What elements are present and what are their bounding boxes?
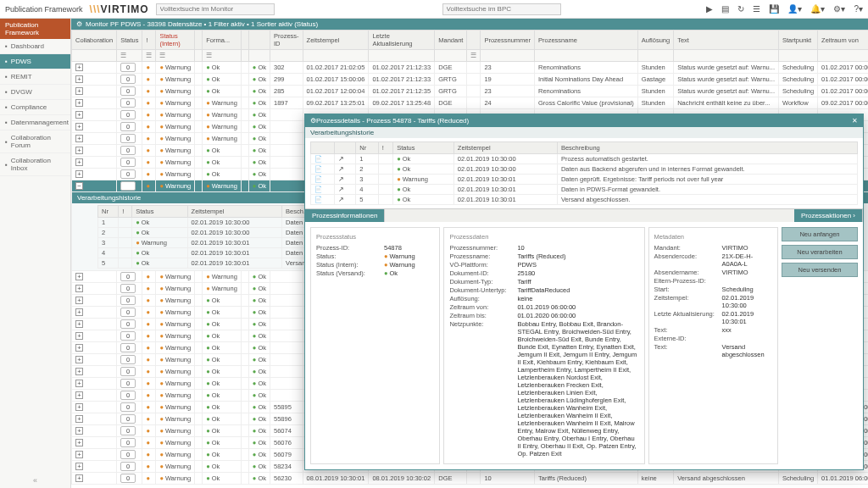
dlg-row[interactable]: 📄↗3Warnung02.01.2019 10:30:01Daten geprü… [311,175,858,185]
dlg-row[interactable]: 📄↗5Ok02.01.2019 10:30:01Versand abgeschl… [311,195,858,205]
sync-icon[interactable]: ↻ [737,4,744,14]
column-filter[interactable]: ☰ [142,50,156,62]
expand-icon[interactable]: + [75,415,83,423]
table-row[interactable]: + 0 ● Warnung Ok Ok 299 01.02.2017 15:00… [72,74,869,86]
expand-icon[interactable]: + [75,75,83,83]
collab-badge[interactable]: 0 [120,63,136,72]
collab-badge[interactable]: 0 [120,122,136,131]
collab-badge[interactable]: 0 [120,343,136,352]
expand-icon[interactable]: + [75,170,83,178]
column-header[interactable] [248,30,270,50]
expand-icon[interactable]: + [75,451,83,458]
column-header[interactable]: ! [142,30,156,50]
column-header[interactable]: Status (Intern) [156,30,195,50]
filter-icon[interactable]: ☰ [146,52,152,59]
search-input[interactable] [156,3,275,15]
collab-badge[interactable]: 0 [120,86,136,96]
filter-icon[interactable]: ☰ [206,52,212,59]
expand-icon[interactable]: + [75,427,83,435]
sub-row[interactable]: 4Ok02.01.2019 10:30:01Daten in... [98,248,335,258]
doc-icon[interactable]: 📄 [311,154,335,164]
collab-badge[interactable]: 0 [120,450,136,459]
expand-icon[interactable]: + [75,439,83,446]
tab-prozessinformationen[interactable]: Prozessinformationen [305,209,385,222]
action-neu-anfangen[interactable]: Neu anfangen [782,227,858,241]
expand-icon[interactable]: + [75,403,83,411]
expand-icon[interactable]: + [75,474,83,482]
collab-badge[interactable]: 0 [120,379,136,388]
expand-icon[interactable]: + [75,332,83,340]
save-icon[interactable]: 💾 [769,4,779,14]
column-filter[interactable] [778,50,817,62]
column-filter[interactable] [818,50,868,62]
sub-col[interactable]: ! [119,206,132,218]
expand-icon[interactable]: + [75,297,83,304]
sub-col[interactable]: Zeitstempel [187,206,282,218]
dlg-row[interactable]: 📄↗4Ok02.01.2019 10:30:01Daten in PDWS-Fo… [311,185,858,195]
expand-icon[interactable]: + [75,308,83,316]
out-icon[interactable]: ↗ [335,185,356,195]
filter-icon[interactable]: ☰ [159,52,165,59]
dialog-header[interactable]: ⚙ Prozessdetails - Prozess 54878 - Tarif… [305,114,863,127]
gear-icon[interactable]: ⚙▾ [833,4,845,14]
column-filter[interactable] [195,50,203,62]
column-filter[interactable] [674,50,779,62]
column-header[interactable]: Forma... [203,30,242,50]
collab-badge[interactable]: 0 [120,110,136,119]
column-header[interactable] [195,30,203,50]
play-icon[interactable]: ▶ [706,4,713,14]
collab-badge[interactable]: 0 [120,296,136,305]
sub-row[interactable]: 5Ok02.01.2019 10:30:01Versand... [98,258,335,269]
column-filter[interactable] [248,50,270,62]
tab-prozessaktionen[interactable]: Prozessaktionen › [794,209,863,222]
column-filter[interactable] [72,50,117,62]
dlg-row[interactable]: 📄↗2Ok02.01.2019 10:30:00Daten aus Backen… [311,164,858,175]
bell-icon[interactable]: 🔔▾ [810,4,825,14]
column-filter[interactable]: ☰ [203,50,242,62]
sub-col[interactable]: Nr [98,206,119,218]
collab-badge[interactable]: 0 [120,331,136,341]
collab-badge[interactable]: 0 [120,367,136,376]
dlg-col[interactable] [311,142,335,154]
collab-badge[interactable]: 0 [120,474,136,483]
sub-row[interactable]: 3Warnung02.01.2019 10:30:01Daten g... [98,238,335,248]
collab-badge[interactable]: 0 [120,402,136,412]
close-icon[interactable]: ✕ [852,117,858,125]
out-icon[interactable]: ↗ [335,164,356,175]
expand-icon[interactable]: + [75,368,83,375]
column-filter[interactable] [303,50,369,62]
filter-icon[interactable]: ☰ [470,52,476,59]
expand-icon[interactable]: + [75,87,83,95]
expand-icon[interactable]: + [75,99,83,107]
expand-icon[interactable]: + [75,380,83,387]
dlg-col[interactable]: Beschreibung [557,142,857,154]
table-row[interactable]: + 0 ● Warnung Ok Ok 56230 08.01.2019 10:… [72,473,869,485]
column-header[interactable]: Text [674,30,779,50]
sidebar-item-remit[interactable]: ▪REMIT [0,69,70,85]
column-filter[interactable] [241,50,248,62]
expand-icon[interactable]: + [75,273,83,280]
collapse-icon[interactable]: − [75,182,83,190]
bpc-search-input[interactable] [442,3,561,15]
collab-badge[interactable]: 0 [120,438,136,447]
expand-icon[interactable]: + [75,463,83,470]
column-header[interactable]: Prozessname [535,30,638,50]
column-header[interactable]: Zeitraum von [818,30,868,50]
expand-icon[interactable]: + [75,111,83,119]
dlg-row[interactable]: 📄↗1Ok02.01.2019 10:30:00Prozess automati… [311,154,858,164]
column-filter[interactable]: ☰ [117,50,142,62]
expand-icon[interactable]: + [75,64,83,71]
collab-badge[interactable]: 0 [120,319,136,329]
table-row[interactable]: + 0 ● Warnung Warnung Ok 1897 09.02.2017… [72,97,869,109]
column-header[interactable]: Zeitstempel [303,30,369,50]
collab-badge[interactable]: 0 [120,391,136,400]
collab-badge[interactable]: 0 [120,426,136,435]
expand-icon[interactable]: + [75,344,83,352]
column-header[interactable]: Letzte Aktualisierung [369,30,435,50]
collab-badge[interactable]: 0 [120,414,136,424]
out-icon[interactable]: ↗ [335,154,356,164]
dlg-col[interactable]: Zeitstempel [453,142,557,154]
collab-badge[interactable]: 0 [120,272,136,281]
collab-badge[interactable]: 0 [120,462,136,471]
sub-row[interactable]: 1Ok02.01.2019 10:30:00Daten a... [98,218,335,228]
